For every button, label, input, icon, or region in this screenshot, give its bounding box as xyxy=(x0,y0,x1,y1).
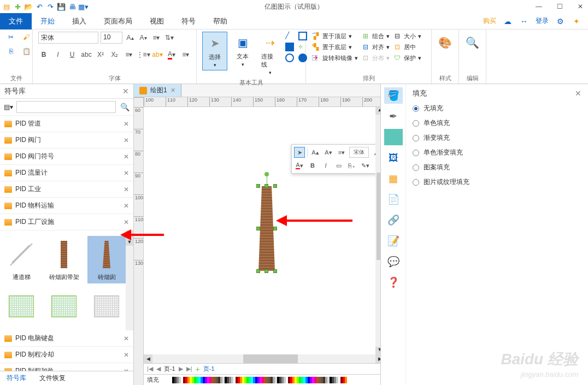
symbol-ladder[interactable]: 通道梯 xyxy=(2,236,40,283)
increase-font-button[interactable]: A▴ xyxy=(125,32,136,43)
page-last[interactable]: ▶| xyxy=(186,365,192,372)
list-button[interactable]: ⋮≡▾ xyxy=(138,49,149,60)
panel-tab-recovery[interactable]: 文件恢复 xyxy=(33,371,72,385)
find-button[interactable]: 🔍 xyxy=(461,32,485,54)
comment-tab-icon[interactable]: 💬 xyxy=(384,253,403,270)
font-family-select[interactable]: 宋体 xyxy=(38,32,98,44)
fill-opt-pattern[interactable]: 图案填充 xyxy=(413,163,581,172)
cat-item[interactable]: PID 管道✕ xyxy=(0,116,133,132)
page-tab-icon[interactable]: 📄 xyxy=(384,191,403,208)
help-tab-icon[interactable]: ❓ xyxy=(384,274,403,291)
font-size-select[interactable]: 10 xyxy=(101,32,122,44)
bring-front-button[interactable]: ▞置于顶层▾ xyxy=(311,32,358,40)
underline-button[interactable]: U xyxy=(67,49,78,60)
cat-item[interactable]: PID 阀门✕ xyxy=(0,132,133,149)
menu-help[interactable]: 帮助 xyxy=(204,13,236,29)
highlight-button[interactable]: ab▾ xyxy=(152,49,163,60)
canvas[interactable]: ➤ A▴ A▾ ≡▾ 宋体 🖌 A▾ B I xyxy=(144,107,380,354)
cat-item[interactable]: PID 工业✕ xyxy=(0,181,133,198)
qat-menu-icon[interactable]: ▤ xyxy=(2,2,11,11)
fill-opt-texture[interactable]: 图片或纹理填充 xyxy=(413,177,581,187)
cat-item[interactable]: PID 电脑键盘✕ xyxy=(0,330,133,347)
ft-italic[interactable]: I xyxy=(320,160,331,171)
superscript-button[interactable]: X² xyxy=(95,49,106,60)
select-tool[interactable]: ➤ 选择 ▾ xyxy=(202,32,227,70)
cut-button[interactable]: ✂ xyxy=(5,32,16,43)
group-button[interactable]: ⊞组合▾ xyxy=(361,32,390,40)
qat-new-icon[interactable]: ✚ xyxy=(13,2,22,11)
distribute-button[interactable]: ⊡分布▾ xyxy=(361,54,390,62)
scroll-down[interactable]: ▼ xyxy=(126,238,133,246)
symbol-grid1[interactable] xyxy=(2,288,40,325)
ft-pen[interactable]: ✎▾ xyxy=(360,160,371,171)
resize-handle-n[interactable] xyxy=(264,184,268,188)
format-painter-button[interactable]: 🖌 xyxy=(21,32,32,43)
hscroll[interactable]: ◀ ▶ xyxy=(144,354,380,363)
symbol-chimney[interactable]: 砖烟囱 xyxy=(87,236,126,283)
align-button[interactable]: ≡▾ xyxy=(180,49,191,60)
file-menu[interactable]: 文件 xyxy=(0,13,32,29)
rotate-button[interactable]: ✈旋转和镜像▾ xyxy=(311,54,358,62)
page-first[interactable]: |◀ xyxy=(147,365,153,372)
color-tab-icon[interactable] xyxy=(384,129,403,145)
page-prev[interactable]: ◀ xyxy=(156,365,161,372)
ft-pointer[interactable]: ➤ xyxy=(294,147,305,158)
resize-handle-e[interactable] xyxy=(273,227,277,230)
menu-insert[interactable]: 插入 xyxy=(63,13,95,29)
fill-panel-close[interactable]: ✕ xyxy=(575,89,581,98)
copy-button[interactable]: ⎘ xyxy=(5,46,16,57)
fill-opt-gradient[interactable]: 渐变填充 xyxy=(413,133,581,143)
note-tab-icon[interactable]: 📝 xyxy=(384,233,403,249)
send-back-button[interactable]: ▚置于底层▾ xyxy=(311,43,358,51)
bullets-button[interactable]: ≡▾ xyxy=(151,32,162,43)
bold-button[interactable]: B xyxy=(38,49,49,60)
cat-item[interactable]: PID 工厂设施✕ xyxy=(0,214,133,230)
strikethrough-button[interactable]: abc xyxy=(81,49,92,60)
qat-print-icon[interactable]: 🖶 xyxy=(68,2,77,11)
style-button[interactable]: 🎨 xyxy=(433,32,457,54)
italic-button[interactable]: I xyxy=(52,49,63,60)
cat-item[interactable]: PID 流量计✕ xyxy=(0,165,133,181)
search-button[interactable]: 🔍 xyxy=(118,101,131,113)
resize-handle-sw[interactable] xyxy=(256,269,260,273)
layer-tab-icon[interactable]: ▦ xyxy=(384,170,403,187)
line-spacing-button[interactable]: ⇅▾ xyxy=(164,32,175,43)
resize-handle-s[interactable] xyxy=(264,269,268,273)
fill-opt-none[interactable]: 无填充 xyxy=(413,104,581,113)
center-button[interactable]: ⊡居中 xyxy=(393,43,421,51)
ft-align[interactable]: ≡▾ xyxy=(336,147,347,158)
protect-button[interactable]: 🛡保护▾ xyxy=(393,54,421,62)
login-link[interactable]: 登录 xyxy=(536,16,549,26)
connector-tool[interactable]: ⇢ 连接线 ▾ xyxy=(258,32,282,78)
resize-handle-ne[interactable] xyxy=(273,184,277,188)
chimney-shape[interactable] xyxy=(258,186,275,271)
page-next[interactable]: ▶ xyxy=(179,365,183,372)
share-icon[interactable]: ↔ xyxy=(519,16,529,26)
qat-redo-icon[interactable]: ↷ xyxy=(46,2,55,11)
page-tab-active[interactable]: 页-1 xyxy=(203,365,215,373)
vscroll[interactable]: ▲ ▼ xyxy=(375,107,380,354)
ft-inc[interactable]: A▴ xyxy=(310,147,321,158)
doc-tab[interactable]: 绘图1 ✕ xyxy=(134,84,181,97)
qat-undo-icon[interactable]: ↶ xyxy=(35,2,44,11)
ft-copy[interactable]: ⎘▾ xyxy=(346,160,357,171)
symbol-grid2[interactable] xyxy=(45,288,83,325)
symbol-grid3[interactable] xyxy=(87,288,126,325)
subscript-button[interactable]: X₂ xyxy=(109,49,120,60)
page-add[interactable]: + xyxy=(196,365,200,374)
size-button[interactable]: ⊟大小▾ xyxy=(393,32,421,40)
line-shape[interactable]: ╱ xyxy=(285,32,294,40)
page-tab[interactable]: 页-1 xyxy=(164,365,175,373)
sym-panel-close[interactable]: ✕ xyxy=(122,87,129,96)
cloud-icon[interactable]: ☁ xyxy=(503,16,513,26)
menu-start[interactable]: 开始 xyxy=(32,13,63,29)
logo-icon[interactable]: ✦ xyxy=(572,16,581,26)
close-button[interactable]: ✕ xyxy=(575,2,586,11)
ft-font[interactable]: 宋体 xyxy=(349,147,369,158)
menu-view[interactable]: 视图 xyxy=(141,13,173,29)
fill-opt-mono-gradient[interactable]: 单色渐变填充 xyxy=(413,148,581,157)
circle-shape[interactable] xyxy=(285,54,294,62)
line-tab-icon[interactable]: ✒ xyxy=(384,108,403,125)
color-strip[interactable] xyxy=(172,377,347,383)
ft-fontcolor[interactable]: A▾ xyxy=(294,160,305,171)
